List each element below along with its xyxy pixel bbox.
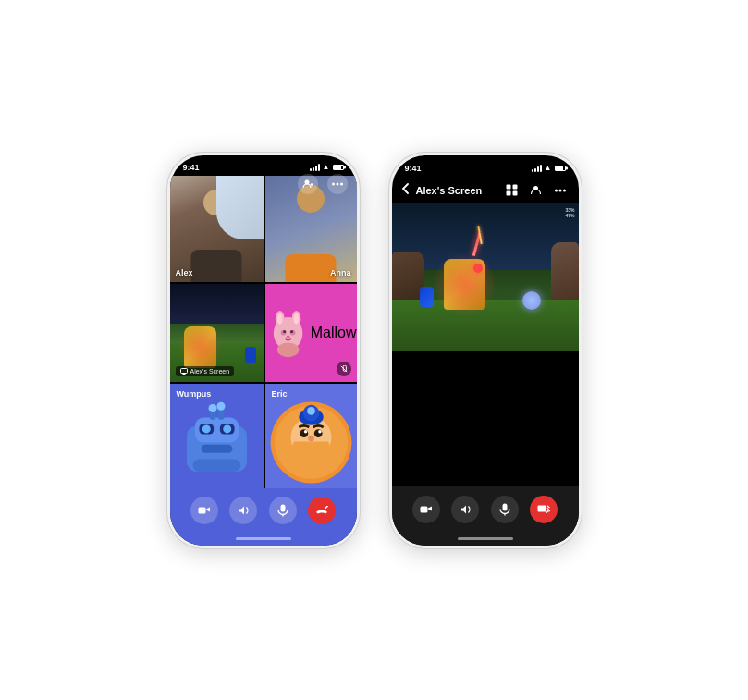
svg-line-47 (325, 506, 328, 509)
svg-point-17 (290, 330, 293, 333)
svg-point-26 (223, 425, 231, 434)
svg-rect-6 (180, 369, 187, 374)
eric-avatar (265, 397, 357, 488)
svg-point-36 (300, 430, 308, 438)
mid-video-grid: Alex's Screen (170, 284, 357, 384)
game-score: 33%47% (565, 207, 574, 218)
svg-rect-45 (280, 504, 285, 511)
svg-point-5 (340, 182, 343, 185)
stop-share-button[interactable] (530, 496, 558, 523)
svg-rect-27 (201, 445, 232, 453)
grid-view-icon[interactable] (503, 181, 521, 200)
svg-point-40 (308, 436, 314, 442)
wumpus-avatar-area (170, 397, 264, 488)
svg-rect-51 (513, 191, 518, 196)
mic-button-1[interactable] (269, 497, 297, 524)
svg-point-53 (555, 189, 558, 191)
svg-point-25 (202, 425, 210, 434)
svg-point-55 (563, 189, 566, 191)
wifi-icon-1: ▲ (323, 163, 330, 171)
alex-name-label: Alex (176, 268, 193, 277)
speaker-button-2[interactable] (451, 496, 479, 523)
notch-1 (231, 155, 296, 174)
wumpus-video-cell[interactable]: Wumpus (170, 384, 264, 488)
svg-point-38 (303, 430, 307, 434)
back-button-2[interactable] (401, 183, 411, 197)
phone-1-screen: 9:41 ▲ (170, 155, 357, 546)
svg-point-29 (208, 404, 216, 412)
mallow-name-label: Mallow (311, 325, 357, 341)
home-indicator-1 (170, 532, 357, 545)
end-call-button-1[interactable] (308, 497, 336, 524)
phones-container: 9:41 ▲ (166, 152, 582, 549)
controls-bar-2 (392, 486, 579, 533)
game-content-2: 33%47% (392, 203, 579, 351)
phone1-header-icons (298, 174, 348, 194)
person-add-icon[interactable] (298, 174, 318, 194)
alex-video-cell[interactable]: Alex (170, 176, 264, 282)
svg-point-19 (276, 343, 299, 358)
controls-bar-1 (170, 488, 357, 532)
battery-icon-2 (555, 166, 566, 171)
wifi-icon-2: ▲ (545, 164, 552, 172)
eric-video-cell[interactable]: Eric (264, 384, 357, 488)
svg-rect-49 (513, 185, 518, 190)
svg-point-13 (293, 313, 299, 325)
mallow-avatar (265, 284, 311, 382)
alex-video-bg (170, 176, 264, 282)
bot-video-grid: Wumpus (170, 384, 357, 488)
wumpus-name-label: Wumpus (177, 389, 212, 399)
status-icons-1: ▲ (310, 163, 344, 171)
phone-2: 9:41 ▲ (388, 152, 582, 549)
participants-icon-2[interactable] (527, 181, 546, 200)
notch-2 (453, 155, 518, 174)
svg-rect-56 (420, 506, 427, 512)
signal-icon-2 (532, 165, 542, 172)
camera-button-1[interactable] (190, 497, 218, 524)
phone-2-screen: 9:41 ▲ (392, 155, 579, 546)
mallow-muted-icon (337, 362, 351, 376)
svg-point-37 (313, 430, 322, 438)
svg-point-54 (558, 189, 561, 191)
svg-point-18 (286, 336, 289, 339)
battery-icon-1 (333, 165, 344, 170)
more-options-icon-2[interactable] (551, 181, 570, 200)
svg-point-16 (283, 330, 286, 333)
alex-screen-cell[interactable]: Alex's Screen (170, 284, 264, 382)
status-icons-2: ▲ (532, 164, 566, 172)
time-2: 9:41 (405, 164, 422, 173)
phone2-nav-header: Alex's Screen (392, 178, 579, 203)
svg-point-31 (216, 402, 225, 411)
svg-point-4 (336, 182, 338, 185)
svg-point-11 (276, 313, 282, 325)
more-options-icon[interactable] (327, 174, 348, 194)
wumpus-avatar (170, 397, 264, 488)
camera-button-2[interactable] (412, 496, 440, 523)
anna-name-label: Anna (330, 268, 351, 277)
svg-point-39 (318, 430, 322, 434)
screen-share-label: Alex's Screen (176, 366, 235, 376)
signal-icon-1 (310, 164, 320, 171)
eric-avatar-area (265, 397, 357, 488)
svg-rect-50 (507, 191, 511, 196)
eric-name-label: Eric (272, 389, 288, 399)
svg-rect-32 (192, 460, 240, 472)
svg-point-3 (332, 182, 335, 185)
svg-rect-44 (198, 507, 205, 513)
svg-line-60 (547, 506, 550, 508)
screen-share-game-view: 33%47% (392, 203, 579, 351)
svg-rect-59 (538, 505, 546, 511)
time-1: 9:41 (183, 163, 200, 172)
svg-point-43 (307, 407, 315, 415)
speaker-button-1[interactable] (229, 497, 257, 524)
mic-button-2[interactable] (491, 496, 519, 523)
svg-line-63 (546, 510, 548, 512)
phone2-black-area (392, 351, 579, 486)
mallow-video-cell[interactable]: Mallow (264, 284, 357, 382)
phone-1: 9:41 ▲ (166, 152, 361, 549)
home-bar-1 (236, 537, 291, 540)
svg-rect-48 (507, 185, 511, 190)
home-indicator-2 (392, 533, 579, 546)
home-bar-2 (458, 537, 513, 540)
screen-share-title: Alex's Screen (416, 185, 497, 196)
